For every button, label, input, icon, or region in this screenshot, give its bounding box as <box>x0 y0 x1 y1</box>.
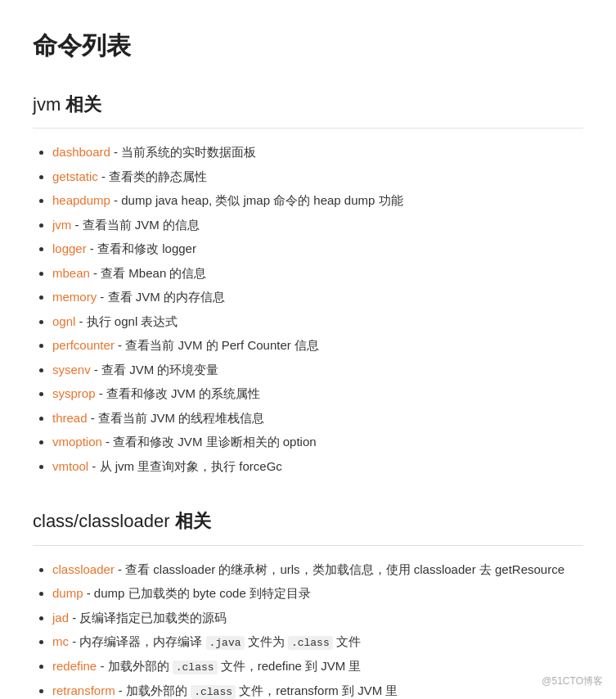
command-link-mc[interactable]: mc <box>52 634 69 648</box>
list-item: classloader - 查看 classloader 的继承树，urls，类… <box>52 559 583 580</box>
command-link-jad[interactable]: jad <box>52 611 69 625</box>
command-link-redefine[interactable]: redefine <box>52 659 97 673</box>
watermark: @51CTO博客 <box>542 673 603 689</box>
section-bold: 相关 <box>175 511 211 531</box>
list-item: redefine - 加载外部的 .class 文件，redefine 到 JV… <box>52 656 583 677</box>
list-item: sysprop - 查看和修改 JVM 的系统属性 <box>52 383 583 404</box>
list-item: getstatic - 查看类的静态属性 <box>52 166 583 187</box>
section-heading-jvm: jvm 相关 <box>33 89 583 129</box>
list-item: mc - 内存编译器，内存编译 .java 文件为 .class 文件 <box>52 631 583 652</box>
command-link-vmoption[interactable]: vmoption <box>52 435 102 449</box>
section-classloader: class/classloader 相关classloader - 查看 cla… <box>33 506 583 699</box>
inline-code: .class <box>288 636 333 650</box>
section-keyword: jvm <box>33 94 65 115</box>
inline-code: .class <box>191 685 236 699</box>
list-item: perfcounter - 查看当前 JVM 的 Perf Counter 信息 <box>52 335 583 356</box>
list-item: jvm - 查看当前 JVM 的信息 <box>52 214 583 236</box>
inline-code: .class <box>173 661 218 674</box>
command-link-memory[interactable]: memory <box>52 290 97 304</box>
command-link-retransform[interactable]: retransform <box>52 683 115 697</box>
section-keyword: class/classloader <box>33 511 175 531</box>
list-item: jad - 反编译指定已加载类的源码 <box>52 607 583 629</box>
command-link-classloader[interactable]: classloader <box>52 562 115 576</box>
command-link-jvm[interactable]: jvm <box>52 218 71 232</box>
command-link-sysprop[interactable]: sysprop <box>52 386 96 400</box>
list-item: memory - 查看 JVM 的内存信息 <box>52 286 583 308</box>
list-item: heapdump - dump java heap, 类似 jmap 命令的 h… <box>52 190 583 211</box>
list-item: vmtool - 从 jvm 里查询对象，执行 forceGc <box>52 456 583 477</box>
command-list-jvm: dashboard - 当前系统的实时数据面板getstatic - 查看类的静… <box>33 142 583 476</box>
list-item: dashboard - 当前系统的实时数据面板 <box>52 142 583 163</box>
command-link-getstatic[interactable]: getstatic <box>52 169 98 183</box>
command-link-dump[interactable]: dump <box>52 586 83 600</box>
section-heading-classloader: class/classloader 相关 <box>33 506 583 545</box>
command-link-perfcounter[interactable]: perfcounter <box>52 338 115 352</box>
list-item: ognl - 执行 ognl 表达式 <box>52 311 583 332</box>
list-item: thread - 查看当前 JVM 的线程堆栈信息 <box>52 408 583 429</box>
command-link-sysenv[interactable]: sysenv <box>52 363 91 377</box>
command-link-vmtool[interactable]: vmtool <box>52 459 88 473</box>
command-link-heapdump[interactable]: heapdump <box>52 193 110 207</box>
list-item: sysenv - 查看 JVM 的环境变量 <box>52 359 583 381</box>
list-item: dump - dump 已加载类的 byte code 到特定目录 <box>52 583 583 604</box>
list-item: vmoption - 查看和修改 JVM 里诊断相关的 option <box>52 431 583 453</box>
command-link-ognl[interactable]: ognl <box>52 314 75 328</box>
list-item: logger - 查看和修改 logger <box>52 238 583 259</box>
list-item: mbean - 查看 Mbean 的信息 <box>52 263 583 284</box>
page-title: 命令列表 <box>33 25 583 66</box>
command-link-mbean[interactable]: mbean <box>52 266 90 280</box>
command-link-logger[interactable]: logger <box>52 241 87 255</box>
command-link-dashboard[interactable]: dashboard <box>52 145 110 159</box>
list-item: retransform - 加载外部的 .class 文件，retransfor… <box>52 680 583 699</box>
section-jvm: jvm 相关dashboard - 当前系统的实时数据面板getstatic -… <box>33 89 583 476</box>
command-link-thread[interactable]: thread <box>52 411 88 425</box>
inline-code: .java <box>206 636 245 650</box>
command-list-classloader: classloader - 查看 classloader 的继承树，urls，类… <box>33 559 583 699</box>
section-bold: 相关 <box>65 94 101 115</box>
